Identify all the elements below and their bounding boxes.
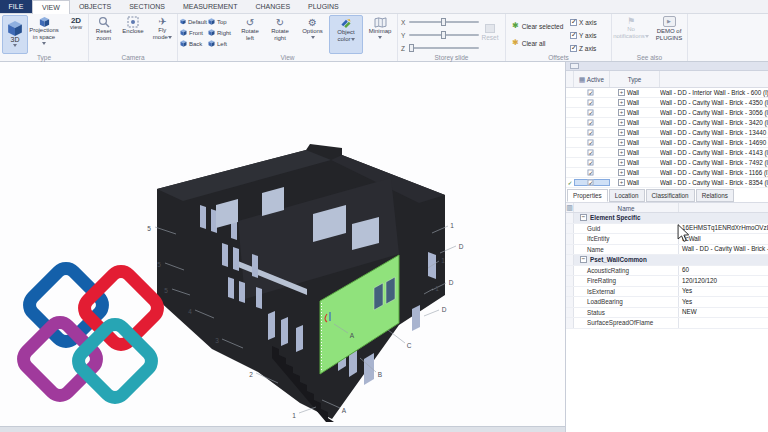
btn-view-default[interactable]: Default [179,16,207,27]
row-type: Wall [627,108,639,118]
object-color-icon [340,18,352,29]
row-active-checkbox[interactable] [588,160,594,166]
tab-measurement[interactable]: MEASUREMENT [174,0,246,13]
table-row[interactable]: +WallWall - DD - Cavity Wall - Brick - 4… [566,148,768,158]
expand-icon[interactable]: + [618,179,625,186]
btn-2d-view[interactable]: 2D view [60,15,92,54]
expand-icon[interactable]: + [618,169,625,176]
property-group-row[interactable]: −Pset_WallCommon [566,255,768,266]
property-name: SurfaceSpreadOfFlame [574,318,679,328]
row-type: Wall [627,128,639,138]
viewport-3d[interactable]: 55543211D1D1DCBAA [0,62,565,432]
property-name: FireRating [574,276,679,286]
btn-view-left[interactable]: Left [207,38,235,49]
row-type: Wall [627,118,639,128]
expand-icon[interactable]: + [618,129,625,136]
table-row[interactable]: ✓+WallWall - DD - Cavity Wall - Brick - … [566,178,768,188]
storey-slider-y[interactable] [409,34,479,36]
slider-thumb[interactable] [441,31,446,39]
btn-view-front[interactable]: Front [179,27,207,38]
expand-icon[interactable]: + [618,149,625,156]
row-active-checkbox[interactable] [588,130,594,136]
collapse-icon[interactable]: − [580,256,587,263]
btn-options[interactable]: ⚙ Options [297,15,328,54]
btn-reset-zoom[interactable]: Resetzoom [89,14,118,53]
btn-clear-selected[interactable]: ✱Clear selected [512,22,563,30]
table-row[interactable]: +WallWall - DD - Cavity Wall - Brick - 3… [566,108,768,118]
axis-label: 1 [435,285,439,292]
panel-menu-button[interactable] [570,63,579,69]
tab-properties[interactable]: Properties [567,189,608,202]
btn-demo-of-plugins[interactable]: ▶ DEMO ofPLUGINS [650,16,688,42]
axis-label: 5 [164,287,168,294]
btn-3d[interactable]: 3D [2,15,28,54]
row-active-checkbox[interactable] [588,150,594,156]
btn-rotate-right[interactable]: ↻ Rotateright [265,15,295,54]
tab-relations[interactable]: Relations [696,189,734,202]
storey-slider-x[interactable] [409,21,479,23]
horizontal-scrollbar[interactable] [0,426,565,432]
checkbox-x-axis[interactable]: X axis [570,19,597,26]
row-active-checkbox[interactable] [588,90,594,96]
tab-classification[interactable]: Classification [646,189,695,202]
btn-view-back[interactable]: Back [179,38,207,49]
btn-fly-mode[interactable]: ✈ Fly mode [148,14,177,53]
tab-file[interactable]: FILE [0,0,32,13]
btn-object-color[interactable]: Object color [329,15,363,54]
expand-icon[interactable]: + [618,139,625,146]
btn-storey-reset[interactable]: Reset [478,24,502,41]
btn-minimap[interactable]: Minimap [364,15,396,54]
btn-no-notifications[interactable]: ⚑ No notifications [612,16,650,40]
row-active-checkbox[interactable] [588,180,594,186]
expand-icon[interactable]: + [618,109,625,116]
btn-rotate-left[interactable]: ↺ Rotateleft [235,15,265,54]
tab-plugins[interactable]: PLUGINS [299,0,348,13]
tab-objects[interactable]: OBJECTS [70,0,120,13]
table-row[interactable]: +WallWall - DD - Cavity Wall - Brick - 1… [566,138,768,148]
btn-enclose[interactable]: Enclose [118,14,147,53]
enclose-icon [127,16,139,28]
minimap-icon [374,17,387,28]
row-description: Wall - DD - Interior Wall - Brick - 600 … [660,88,768,98]
expand-icon[interactable]: + [618,119,625,126]
row-active-checkbox[interactable] [588,170,594,176]
property-name: LoadBearing [574,297,679,307]
checkbox-icon[interactable] [570,19,577,26]
table-row[interactable]: +WallWall - DD - Cavity Wall - Brick - 7… [566,158,768,168]
mouse-cursor [676,224,691,243]
tab-changes[interactable]: CHANGES [246,0,299,13]
checkbox-y-axis[interactable]: Y axis [570,32,597,39]
row-active-checkbox[interactable] [588,100,594,106]
expand-icon[interactable]: + [618,159,625,166]
group-see-also: ⚑ No notifications ▶ DEMO ofPLUGINS See … [612,14,688,61]
storey-slider-z[interactable] [409,47,479,49]
tab-view[interactable]: VIEW [32,0,70,14]
expand-icon[interactable]: + [618,99,625,106]
table-row[interactable]: +WallWall - DD - Cavity Wall - Brick - 3… [566,118,768,128]
collapse-icon[interactable]: − [580,214,587,221]
row-active-checkbox[interactable] [588,120,594,126]
building-model[interactable] [0,62,565,432]
btn-view-top[interactable]: Top [207,16,235,27]
table-row[interactable]: +WallWall - DD - Interior Wall - Brick -… [566,88,768,98]
cube-icon [180,29,187,36]
table-row[interactable]: +WallWall - DD - Cavity Wall - Brick - 1… [566,128,768,138]
btn-view-right[interactable]: Right [207,27,235,38]
btn-clear-all[interactable]: ✱Clear all [512,39,546,47]
slider-thumb[interactable] [409,44,414,52]
row-selected-check: ✓ [566,178,574,188]
checkbox-z-axis[interactable]: Z axis [570,45,596,52]
checkbox-icon[interactable] [570,45,577,52]
table-row[interactable]: +WallWall - DD - Cavity Wall - Brick - 4… [566,98,768,108]
group-storey-slide: X Y Z Reset Storey slide [398,14,506,61]
tab-sections[interactable]: SECTIONS [120,0,174,13]
checkbox-icon[interactable] [570,32,577,39]
row-active-checkbox[interactable] [588,110,594,116]
table-row[interactable]: +WallWall - DD - Cavity Wall - Brick - 1… [566,168,768,178]
property-group-row[interactable]: −Element Specific [566,213,768,224]
btn-projections-in-space[interactable]: Projections in space [28,15,60,54]
tab-location[interactable]: Location [609,189,645,202]
row-active-checkbox[interactable] [588,140,594,146]
slider-thumb[interactable] [441,18,446,26]
expand-icon[interactable]: + [618,89,625,96]
